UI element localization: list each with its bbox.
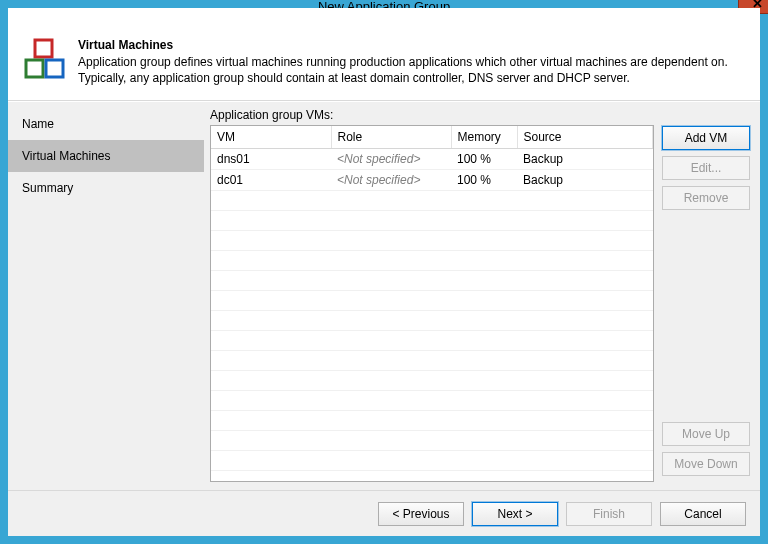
cell-vm — [211, 371, 331, 391]
sidebar-item-virtual-machines[interactable]: Virtual Machines — [8, 140, 204, 172]
svg-rect-0 — [35, 40, 52, 57]
cell-source — [517, 231, 653, 251]
col-vm[interactable]: VM — [211, 126, 331, 149]
cell-vm — [211, 331, 331, 351]
cell-memory — [451, 311, 517, 331]
svg-rect-1 — [26, 60, 43, 77]
cell-memory — [451, 351, 517, 371]
table-row — [211, 351, 653, 371]
cell-memory — [451, 371, 517, 391]
cell-role — [331, 431, 451, 451]
table-row[interactable]: dc01<Not specified>100 %Backup — [211, 170, 653, 191]
cell-source — [517, 451, 653, 471]
wizard-steps: NameVirtual MachinesSummary — [8, 102, 204, 490]
table-label: Application group VMs: — [210, 108, 654, 122]
table-row — [211, 211, 653, 231]
cell-memory: 100 % — [451, 149, 517, 170]
cell-memory — [451, 191, 517, 211]
cell-vm — [211, 431, 331, 451]
table-row — [211, 371, 653, 391]
wizard-footer: < Previous Next > Finish Cancel — [8, 490, 760, 536]
cell-role — [331, 351, 451, 371]
cell-vm — [211, 411, 331, 431]
cell-role — [331, 231, 451, 251]
wizard-header: Virtual Machines Application group defin… — [8, 28, 760, 101]
col-role[interactable]: Role — [331, 126, 451, 149]
cell-role — [331, 291, 451, 311]
cell-source — [517, 331, 653, 351]
cell-source — [517, 191, 653, 211]
table-row — [211, 311, 653, 331]
cell-role — [331, 411, 451, 431]
cell-memory — [451, 291, 517, 311]
cell-source — [517, 351, 653, 371]
cell-vm — [211, 231, 331, 251]
cell-source — [517, 411, 653, 431]
cell-memory — [451, 431, 517, 451]
cell-role — [331, 211, 451, 231]
remove-button[interactable]: Remove — [662, 186, 750, 210]
cell-role — [331, 251, 451, 271]
table-row — [211, 331, 653, 351]
cell-memory — [451, 451, 517, 471]
vm-table[interactable]: VM Role Memory Source dns01<Not specifie… — [210, 125, 654, 482]
cell-role: <Not specified> — [331, 149, 451, 170]
cell-vm: dc01 — [211, 170, 331, 191]
table-row — [211, 271, 653, 291]
table-row[interactable]: dns01<Not specified>100 %Backup — [211, 149, 653, 170]
cell-vm — [211, 211, 331, 231]
sidebar-item-name[interactable]: Name — [8, 108, 204, 140]
cell-source — [517, 311, 653, 331]
cell-vm — [211, 191, 331, 211]
cell-memory — [451, 331, 517, 351]
cell-source: Backup — [517, 170, 653, 191]
cell-memory — [451, 211, 517, 231]
cell-source — [517, 371, 653, 391]
cell-memory — [451, 391, 517, 411]
table-row — [211, 251, 653, 271]
page-description: Application group defines virtual machin… — [78, 54, 742, 86]
table-row — [211, 291, 653, 311]
edit-button[interactable]: Edit... — [662, 156, 750, 180]
cell-source — [517, 251, 653, 271]
page-heading: Virtual Machines — [78, 38, 742, 52]
cell-source — [517, 211, 653, 231]
previous-button[interactable]: < Previous — [378, 502, 464, 526]
move-up-button[interactable]: Move Up — [662, 422, 750, 446]
cell-memory — [451, 411, 517, 431]
cell-source: Backup — [517, 149, 653, 170]
sidebar-item-label: Name — [22, 117, 54, 131]
cell-vm — [211, 311, 331, 331]
sidebar-item-summary[interactable]: Summary — [8, 172, 204, 204]
col-memory[interactable]: Memory — [451, 126, 517, 149]
table-row — [211, 391, 653, 411]
cell-role — [331, 271, 451, 291]
table-row — [211, 411, 653, 431]
cell-source — [517, 271, 653, 291]
vm-group-icon — [24, 38, 66, 80]
cell-vm — [211, 391, 331, 411]
next-button[interactable]: Next > — [472, 502, 558, 526]
cell-role — [331, 191, 451, 211]
cell-vm — [211, 451, 331, 471]
cancel-button[interactable]: Cancel — [660, 502, 746, 526]
table-row — [211, 451, 653, 471]
cell-role — [331, 371, 451, 391]
cell-role — [331, 391, 451, 411]
finish-button[interactable]: Finish — [566, 502, 652, 526]
cell-role — [331, 451, 451, 471]
cell-memory — [451, 231, 517, 251]
cell-vm — [211, 251, 331, 271]
cell-memory: 100 % — [451, 170, 517, 191]
cell-vm: dns01 — [211, 149, 331, 170]
cell-source — [517, 431, 653, 451]
add-vm-button[interactable]: Add VM — [662, 126, 750, 150]
move-down-button[interactable]: Move Down — [662, 452, 750, 476]
sidebar-item-label: Summary — [22, 181, 73, 195]
cell-vm — [211, 351, 331, 371]
col-source[interactable]: Source — [517, 126, 653, 149]
svg-rect-2 — [46, 60, 63, 77]
cell-vm — [211, 291, 331, 311]
cell-memory — [451, 251, 517, 271]
cell-role — [331, 311, 451, 331]
